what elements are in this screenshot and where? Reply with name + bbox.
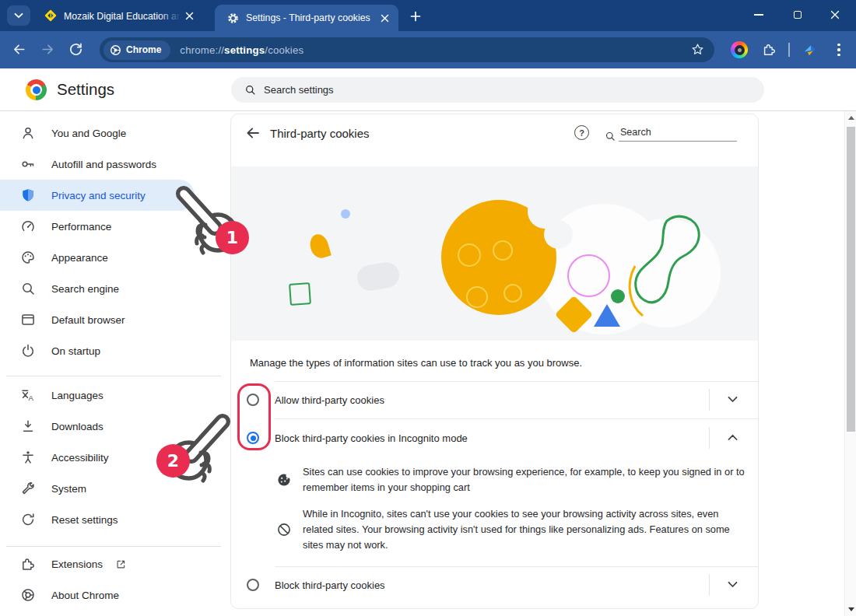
- settings-header: Settings: [0, 68, 856, 111]
- row-separator: [709, 427, 710, 449]
- window-close-button[interactable]: [822, 3, 848, 26]
- divider: [275, 418, 758, 419]
- yellow-teardrop: [307, 232, 332, 260]
- settings-title: Settings: [57, 80, 114, 99]
- sidebar-item-extensions[interactable]: Extensions: [0, 548, 227, 579]
- tab-title: Settings - Third-party cookies: [246, 12, 376, 23]
- radio-unselected-icon[interactable]: [247, 579, 259, 591]
- chevron-up-icon[interactable]: [728, 434, 738, 441]
- row-separator: [709, 574, 710, 596]
- cookie-icon: [276, 472, 292, 488]
- search-icon: [605, 131, 616, 142]
- settings-body: You and Google Autofill and passwords Pr…: [0, 111, 856, 616]
- toolbar-separator: [788, 43, 790, 57]
- option-block-third-party-cookies[interactable]: Block third-party cookies: [231, 567, 758, 603]
- speedometer-icon: [20, 219, 36, 234]
- sidebar-item-search-engine[interactable]: Search engine: [0, 273, 227, 304]
- extensions-puzzle-icon[interactable]: [762, 42, 777, 57]
- help-icon[interactable]: ?: [574, 125, 589, 140]
- new-tab-button[interactable]: [406, 7, 425, 26]
- green-squiggle-outline: [624, 212, 706, 338]
- option-allow-third-party-cookies[interactable]: Allow third-party cookies: [231, 382, 758, 418]
- page-search-box[interactable]: [605, 126, 737, 142]
- browser-toolbar: Chrome chrome://settings/cookies: [0, 31, 856, 68]
- step-2-badge: 2: [156, 444, 190, 478]
- mozaik-favicon-icon: [44, 9, 57, 22]
- sidebar-item-autofill[interactable]: Autofill and passwords: [0, 149, 227, 180]
- cookies-illustration: [231, 166, 758, 341]
- download-icon: [20, 418, 36, 434]
- bookmark-star-icon[interactable]: [691, 43, 704, 56]
- back-arrow-button[interactable]: [245, 125, 261, 141]
- vertical-scrollbar[interactable]: [844, 111, 856, 616]
- back-button[interactable]: [12, 42, 26, 57]
- tab-close-icon[interactable]: [381, 14, 389, 23]
- third-party-cookies-card: Third-party cookies ?: [230, 114, 759, 609]
- blue-dot: [341, 209, 350, 219]
- cookie-chip: [503, 284, 522, 303]
- bird-extension-icon[interactable]: [802, 42, 818, 58]
- scroll-down-arrow-icon[interactable]: [848, 607, 854, 611]
- tab-search-button[interactable]: [7, 5, 30, 26]
- address-bar[interactable]: Chrome chrome://settings/cookies: [100, 37, 714, 62]
- sidebar-item-languages[interactable]: A Languages: [0, 380, 227, 411]
- browser-menu-button[interactable]: [833, 41, 844, 58]
- sidebar-item-on-startup[interactable]: On startup: [0, 335, 227, 366]
- puzzle-icon: [20, 556, 36, 572]
- sidebar-item-about-chrome[interactable]: About Chrome: [0, 579, 227, 611]
- blue-triangle: [594, 304, 620, 327]
- page-search-input[interactable]: [619, 126, 737, 142]
- detail-text: Sites can use cookies to improve your br…: [303, 464, 749, 495]
- blocked-icon: [276, 522, 292, 537]
- browser-window: Mozaik Digital Education and L Settings …: [0, 0, 856, 616]
- pink-circle-outline: [567, 254, 610, 297]
- tab-mozaik[interactable]: Mozaik Digital Education and L: [34, 0, 209, 31]
- search-icon: [244, 84, 256, 96]
- sidebar-item-default-browser[interactable]: Default browser: [0, 304, 227, 335]
- scroll-up-arrow-icon[interactable]: [848, 116, 854, 120]
- external-link-icon: [115, 558, 127, 570]
- sidebar-divider: [6, 546, 221, 547]
- step-1-badge: 1: [216, 221, 249, 254]
- page-title: Third-party cookies: [270, 127, 370, 140]
- chip-label: Chrome: [126, 44, 161, 55]
- chevron-down-icon[interactable]: [728, 581, 738, 588]
- window-maximize-button[interactable]: [784, 3, 811, 26]
- shield-icon: [20, 187, 36, 203]
- maximize-icon: [794, 11, 802, 19]
- chevron-down-icon: [14, 12, 23, 19]
- window-minimize-button[interactable]: [745, 3, 772, 26]
- annotation-highlight-box: [237, 383, 271, 450]
- reload-button[interactable]: [68, 42, 83, 57]
- tab-settings[interactable]: Settings - Third-party cookies: [215, 5, 398, 31]
- green-square-outline: [289, 282, 311, 306]
- option-block-third-party-incognito[interactable]: Block third-party cookies in Incognito m…: [231, 420, 758, 456]
- cookie-bite: [544, 220, 573, 249]
- cookie-chip: [466, 286, 488, 308]
- settings-search-input[interactable]: [264, 84, 700, 96]
- lens-core: [735, 45, 745, 55]
- scrollbar-thumb[interactable]: [847, 127, 855, 432]
- sidebar-item-you-and-google[interactable]: You and Google: [0, 117, 227, 149]
- tab-title: Mozaik Digital Education and L: [64, 11, 181, 22]
- tab-close-icon[interactable]: [185, 12, 194, 20]
- url-text: chrome://settings/cookies: [180, 44, 303, 56]
- sidebar-item-reset-settings[interactable]: Reset settings: [0, 504, 227, 535]
- chrome-icon: [20, 587, 36, 603]
- row-separator: [709, 389, 710, 411]
- settings-search-box[interactable]: [231, 77, 764, 103]
- person-icon: [20, 125, 36, 141]
- minimize-icon: [754, 14, 763, 16]
- chevron-down-icon[interactable]: [728, 396, 738, 403]
- page-description: Manage the types of information sites ca…: [250, 357, 582, 369]
- chrome-logo-icon: [26, 79, 47, 100]
- green-dot: [611, 289, 625, 303]
- sidebar-divider: [6, 376, 221, 376]
- forward-button[interactable]: [40, 42, 55, 57]
- chrome-chip[interactable]: Chrome: [103, 40, 170, 60]
- detail-text: While in Incognito, sites can't use your…: [303, 506, 749, 553]
- lens-extension-icon[interactable]: [731, 41, 748, 58]
- reset-icon: [20, 512, 36, 527]
- chrome-mono-logo-icon: [110, 44, 121, 56]
- power-icon: [20, 343, 36, 359]
